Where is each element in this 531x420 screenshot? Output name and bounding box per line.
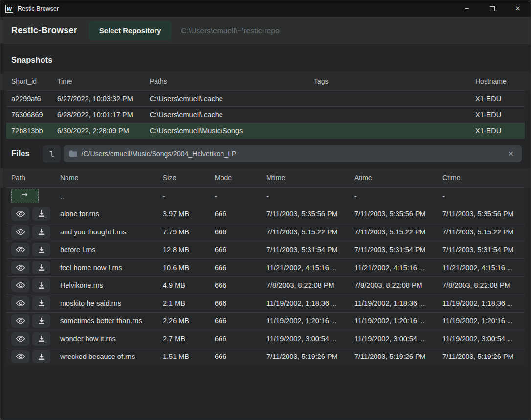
view-file-button[interactable] (11, 207, 29, 221)
file-name: before l.rns (55, 246, 158, 253)
file-ctime: 7/11/2003, 5:35:56 PM (438, 210, 525, 218)
file-mode: 666 (210, 210, 262, 218)
snapshot-row[interactable]: 76306869 6/28/2022, 10:01:17 PM C:\Users… (6, 106, 525, 123)
download-icon (38, 299, 45, 307)
minimize-icon: – (465, 3, 469, 12)
eye-icon (16, 264, 25, 271)
view-file-button[interactable] (11, 278, 29, 292)
file-row: wonder how it.rns 2.7 MB 666 11/19/2002,… (6, 330, 525, 348)
file-name: sometimes better than.rns (55, 317, 158, 325)
file-row-parent: .. - - - - - (6, 187, 525, 205)
files-path-bar[interactable]: /C/Users/emuell/Music/Songs/2004_Helveti… (64, 145, 522, 162)
file-ctime: 7/8/2003, 8:22:08 PM (438, 281, 525, 289)
window-titlebar: W Restic Browser – ✕ (0, 0, 531, 17)
view-file-button[interactable] (11, 296, 29, 310)
file-mtime: 7/8/2003, 8:22:08 PM (262, 281, 350, 289)
view-file-button[interactable] (11, 225, 29, 239)
file-name: wonder how it.rns (55, 335, 158, 343)
eye-icon (16, 246, 25, 253)
view-file-button[interactable] (11, 314, 29, 328)
file-name: .. (55, 192, 158, 200)
file-mode: 666 (210, 246, 262, 253)
files-path: /C/Users/emuell/Music/Songs/2004_Helveti… (82, 150, 507, 158)
download-file-button[interactable] (32, 261, 50, 274)
file-size: 4.9 MB (158, 281, 210, 289)
file-ctime: 11/19/2002, 3:00:54 ... (438, 335, 525, 343)
eye-icon (16, 282, 25, 289)
snapshots-title: Snapshots (11, 55, 520, 64)
download-icon (38, 210, 45, 217)
file-ctime: 11/21/2002, 4:15:16 ... (438, 264, 525, 272)
download-file-button[interactable] (32, 314, 50, 328)
column-header-name: Name (55, 174, 158, 182)
corner-path-icon (47, 149, 56, 158)
file-size: 12.8 MB (158, 246, 210, 253)
download-file-button[interactable] (32, 296, 50, 310)
file-atime: 11/21/2002, 4:15:16 ... (350, 264, 438, 272)
file-row: before l.rns 12.8 MB 666 7/11/2003, 5:31… (6, 241, 525, 259)
file-atime: 11/19/2002, 3:00:54 ... (350, 335, 438, 343)
view-file-button[interactable] (11, 261, 29, 274)
download-file-button[interactable] (32, 207, 50, 221)
file-row: feel home now !.rns 10.6 MB 666 11/21/20… (6, 258, 525, 276)
download-file-button[interactable] (32, 332, 50, 346)
snapshot-row-selected[interactable]: 72b813bb 6/30/2022, 2:28:09 PM C:\Users\… (6, 123, 525, 139)
view-file-button[interactable] (11, 243, 29, 256)
column-header-size: Size (158, 174, 210, 182)
download-icon (38, 246, 45, 253)
snapshot-short-id: 72b813bb (6, 127, 52, 135)
minimize-button[interactable]: – (454, 0, 480, 17)
view-file-button[interactable] (11, 332, 29, 346)
file-name: and you thought l.rns (55, 228, 158, 236)
file-size: 2.7 MB (158, 335, 210, 343)
snapshot-paths: C:\Users\emuell\Music\Songs (145, 127, 309, 135)
select-repository-button[interactable]: Select Repository (89, 21, 172, 40)
snapshot-row[interactable]: a2299af6 6/27/2022, 10:03:32 PM C:\Users… (6, 90, 525, 106)
file-mode: 666 (210, 353, 262, 360)
file-size: 1.51 MB (158, 353, 210, 360)
download-file-button[interactable] (32, 243, 50, 256)
column-header-atime: Atime (350, 174, 438, 182)
file-mode: 666 (210, 335, 262, 343)
column-header-short-id: Short_id (6, 77, 52, 85)
close-button[interactable]: ✕ (505, 0, 531, 17)
file-size: 7.79 MB (158, 228, 210, 236)
eye-icon (16, 210, 25, 217)
file-name: wrecked because of.rns (55, 353, 158, 360)
file-atime: 7/11/2003, 5:31:54 PM (350, 246, 438, 253)
snapshot-paths: C:\Users\emuell\.cache (145, 111, 309, 119)
set-root-button[interactable] (43, 145, 61, 162)
file-row: wrecked because of.rns 1.51 MB 666 7/11/… (6, 348, 525, 366)
file-atime: 7/11/2003, 5:19:26 PM (350, 353, 438, 360)
up-directory-button[interactable] (11, 189, 39, 203)
file-size: - (158, 192, 210, 200)
snapshots-section-heading: Snapshots (0, 44, 531, 72)
download-icon (38, 282, 45, 289)
file-row: Helvikone.rns 4.9 MB 666 7/8/2003, 8:22:… (6, 276, 525, 294)
download-file-button[interactable] (32, 350, 50, 363)
column-header-mode: Mode (210, 174, 262, 182)
up-arrow-icon (20, 193, 30, 200)
files-section-bar: Files /C/Users/emuell/Music/Songs/2004_H… (0, 139, 531, 168)
file-atime: 7/8/2003, 8:22:08 PM (350, 281, 438, 289)
file-mode: 666 (210, 317, 262, 325)
view-file-button[interactable] (11, 350, 29, 363)
folder-icon (69, 150, 77, 157)
download-icon (38, 353, 45, 360)
column-header-path: Path (6, 174, 55, 182)
file-size: 10.6 MB (158, 264, 210, 272)
clear-path-button[interactable]: ✕ (506, 149, 516, 159)
maximize-button[interactable] (480, 0, 505, 17)
snapshot-hostname: X1-EDU (470, 95, 525, 103)
close-icon: ✕ (508, 150, 514, 158)
snapshot-time: 6/30/2022, 2:28:09 PM (52, 127, 145, 135)
snapshot-paths: C:\Users\emuell\.cache (145, 95, 309, 103)
eye-icon (16, 300, 25, 307)
download-file-button[interactable] (32, 225, 50, 239)
file-name: alone for.rns (55, 210, 158, 218)
download-file-button[interactable] (32, 278, 50, 292)
file-mtime: 11/19/2002, 3:00:54 ... (262, 335, 350, 343)
file-row: and you thought l.rns 7.79 MB 666 7/11/2… (6, 223, 525, 241)
file-size: 2.1 MB (158, 299, 210, 307)
file-mtime: 11/19/2002, 1:20:16 ... (262, 317, 350, 325)
